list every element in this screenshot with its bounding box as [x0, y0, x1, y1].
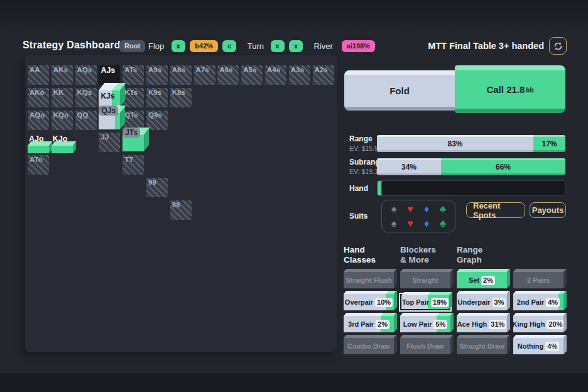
matrix-cell-label: TT [124, 156, 133, 163]
matrix-cell-88[interactable]: 88 [170, 200, 192, 220]
class-button-pct: 2% [376, 320, 389, 329]
suits-label: Suits [349, 212, 368, 220]
class-button-label: Underpair [458, 298, 491, 306]
refresh-icon [553, 41, 563, 51]
class-button-pct: 2% [481, 276, 495, 285]
matrix-cell-KQs[interactable]: KQs [75, 88, 97, 107]
matrix-cell-label: A9s [148, 66, 161, 74]
matrix-cell-A6s[interactable]: A6s [217, 65, 239, 85]
hand-input[interactable] [377, 180, 565, 196]
class-button-straight-flush[interactable]: Straight Flush [344, 272, 394, 288]
matrix-cell-AJs[interactable]: AJs [99, 65, 120, 85]
recent-spots-button[interactable]: Recent Spots [466, 202, 525, 218]
strategy-dashboard: Strategy Dashboard Root Flopxb42%cTurnxx… [0, 0, 588, 392]
action-badge-ai198%[interactable]: ai198% [342, 40, 375, 52]
suit-selector[interactable]: ♠♥♦♣♠♥♦♣ [381, 200, 455, 232]
call-button[interactable]: Call 21.8 bb [455, 65, 565, 113]
matrix-cell-A8s[interactable]: A8s [170, 65, 192, 85]
class-button-3rd-pair[interactable]: 3rd Pair2% [344, 316, 394, 332]
matrix-cell-A5s[interactable]: A5s [241, 65, 263, 85]
matrix-cell-QTs[interactable]: QTs [122, 111, 144, 130]
action-badge-b42%[interactable]: b42% [190, 40, 218, 52]
range-bar-right: 17% [533, 135, 565, 152]
diamond-suit-icon[interactable]: ♦ [424, 219, 429, 229]
matrix-cell-A7s[interactable]: A7s [194, 65, 215, 85]
matrix-cell-AQs[interactable]: AQs [75, 65, 97, 85]
matrix-cell-KK[interactable]: KK [52, 88, 73, 107]
class-button-2nd-pair[interactable]: 2nd Pair4% [513, 294, 564, 310]
class-button-low-pair[interactable]: Low Pair5% [400, 316, 450, 332]
street-label-turn: Turn [248, 41, 264, 51]
action-badge-x[interactable]: x [289, 40, 303, 52]
diamond-suit-icon[interactable]: ♦ [424, 204, 429, 214]
matrix-cell-ATo[interactable]: ATo [28, 155, 49, 175]
matrix-cell-AKo[interactable]: AKo [28, 88, 49, 107]
range-bar[interactable]: 83% 17% [377, 135, 565, 152]
root-badge[interactable]: Root [119, 40, 145, 52]
matrix-cell-K9s[interactable]: K9s [146, 88, 168, 107]
matrix-cell-Q9s[interactable]: Q9s [146, 111, 168, 130]
call-unit: bb [526, 85, 533, 94]
class-button-overpair[interactable]: Overpair10% [344, 294, 394, 310]
matrix-cell-K8s[interactable]: K8s [170, 88, 192, 107]
class-button-nothing[interactable]: Nothing4% [513, 338, 564, 354]
matrix-cell-label: AJo [29, 134, 44, 143]
class-button-straight-draw[interactable]: Straight Draw [457, 338, 507, 354]
action-buttons: Fold Call 21.8 bb [344, 65, 565, 114]
table-title: MTT Final Table 3+ handed [428, 41, 544, 51]
class-button-pct: 4% [545, 342, 559, 351]
action-badge-x[interactable]: x [172, 40, 185, 52]
matrix-cell-label: KQs [77, 89, 92, 96]
matrix-cell-label: AA [30, 66, 40, 74]
spade-suit-icon[interactable]: ♠ [391, 219, 397, 229]
class-button-ace-high[interactable]: Ace High31% [457, 316, 507, 332]
matrix-cell-AA[interactable]: AA [28, 65, 49, 85]
matrix-cell-KQo[interactable]: KQo [52, 111, 73, 130]
matrix-cell-label: A3s [291, 66, 304, 74]
class-button-label: Straight Flush [346, 276, 392, 284]
matrix-cell-label: KQo [53, 111, 68, 119]
action-badge-x[interactable]: x [271, 40, 285, 52]
class-button-flush-draw[interactable]: Flush Draw [400, 338, 450, 354]
matrix-cell-JJ[interactable]: JJ [99, 133, 120, 152]
matrix-cell-A9s[interactable]: A9s [146, 65, 168, 85]
heart-suit-icon[interactable]: ♥ [407, 204, 413, 214]
class-button-2-pairs[interactable]: 2 Pairs [513, 272, 564, 288]
spade-suit-icon[interactable]: ♠ [391, 204, 397, 214]
call-amount: 21.8 [506, 84, 525, 95]
class-button-label: King High [513, 320, 545, 328]
tile-face [28, 146, 49, 153]
fold-button[interactable]: Fold [344, 70, 455, 111]
heart-suit-icon[interactable]: ♥ [407, 219, 413, 229]
matrix-cell-QQ[interactable]: QQ [75, 111, 97, 130]
matrix-cell-label: KJo [53, 134, 68, 143]
action-badge-c[interactable]: c [222, 40, 236, 52]
refresh-button[interactable] [549, 37, 567, 55]
class-button-pct: 5% [433, 320, 447, 329]
matrix-cell-label: AKo [30, 89, 45, 96]
matrix-cell-AKs[interactable]: AKs [52, 65, 73, 85]
matrix-cell-ATs[interactable]: ATs [122, 65, 144, 85]
class-button-label: 3rd Pair [348, 320, 374, 328]
tile-face [52, 146, 73, 153]
matrix-cell-AQo[interactable]: AQo [28, 111, 49, 130]
class-button-underpair[interactable]: Underpair3% [457, 294, 507, 310]
class-button-top-pair[interactable]: Top Pair19% [400, 294, 450, 310]
class-button-straight[interactable]: Straight [400, 272, 450, 288]
matrix-cell-label: QJs [99, 106, 118, 116]
class-button-king-high[interactable]: King High20% [513, 316, 564, 332]
payouts-button[interactable]: Payouts [530, 202, 566, 218]
matrix-cell-label: AKs [53, 66, 68, 74]
matrix-cell-99[interactable]: 99 [146, 178, 168, 197]
class-button-combo-draw[interactable]: Combo Draw [344, 338, 394, 354]
club-suit-icon[interactable]: ♣ [440, 204, 447, 214]
subrange-bar[interactable]: 34% 66% [377, 158, 565, 175]
matrix-cell-A2s[interactable]: A2s [313, 65, 334, 85]
matrix-cell-KTs[interactable]: KTs [122, 88, 144, 107]
club-suit-icon[interactable]: ♣ [440, 219, 447, 229]
class-button-set[interactable]: Set2% [457, 272, 507, 288]
matrix-cell-A4s[interactable]: A4s [265, 65, 286, 85]
header: Strategy Dashboard Root Flopxb42%cTurnxx… [0, 35, 588, 58]
matrix-cell-TT[interactable]: TT [122, 155, 144, 175]
matrix-cell-A3s[interactable]: A3s [289, 65, 310, 85]
